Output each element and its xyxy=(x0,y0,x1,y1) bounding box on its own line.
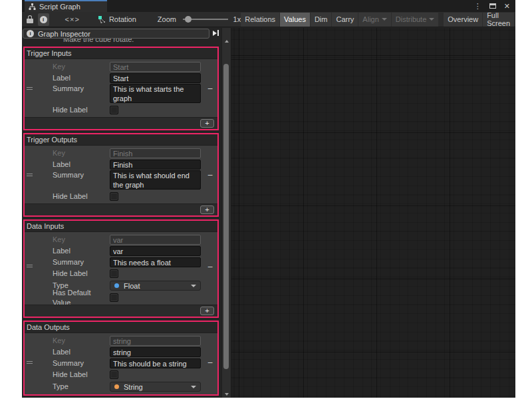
float-type-dot-icon xyxy=(114,283,119,288)
graph-breadcrumb[interactable]: Rotation xyxy=(98,15,136,23)
align-button[interactable]: Align xyxy=(358,13,390,27)
tab-title: Script Graph xyxy=(39,3,80,11)
add-item-button[interactable]: + xyxy=(200,307,214,315)
section-title: Trigger Inputs xyxy=(25,48,217,59)
remove-item-button[interactable]: − xyxy=(207,170,213,180)
reorder-handle-icon[interactable] xyxy=(27,174,33,178)
inspector-toggle-button[interactable]: i xyxy=(38,13,49,26)
zoom-slider-handle[interactable] xyxy=(185,16,192,23)
summary-label: Summary xyxy=(53,170,110,180)
type-dropdown[interactable]: String xyxy=(110,382,201,392)
remove-item-button[interactable]: − xyxy=(207,84,213,94)
reorder-handle-icon[interactable] xyxy=(27,87,33,91)
values-button[interactable]: Values xyxy=(280,13,310,27)
key-field xyxy=(110,235,201,245)
dim-button[interactable]: Dim xyxy=(311,13,332,27)
code-view-icon[interactable]: <×> xyxy=(65,15,80,23)
lock-icon[interactable] xyxy=(27,15,32,23)
section-title: Trigger Outputs xyxy=(25,134,217,146)
rotation-label: Rotation xyxy=(109,15,136,23)
label-field[interactable] xyxy=(110,73,201,83)
string-type-dot-icon xyxy=(114,384,119,389)
key-label: Key xyxy=(53,148,110,158)
remove-item-button[interactable]: − xyxy=(207,358,213,368)
scrollbar-thumb[interactable] xyxy=(223,64,229,369)
window-menu-icon[interactable]: ⋮ xyxy=(474,2,481,11)
chevron-down-icon xyxy=(191,285,196,287)
section-trigger-inputs: Trigger Inputs Key Label Summary This is… xyxy=(23,47,219,130)
label-label: Label xyxy=(53,73,110,83)
section-data-outputs: Data Outputs Key Label Summary This shou… xyxy=(23,321,219,396)
hide-label-checkbox[interactable] xyxy=(110,269,118,278)
relations-button[interactable]: Relations xyxy=(241,13,279,27)
summary-label: Summary xyxy=(53,84,110,94)
close-icon[interactable]: ✕ xyxy=(504,2,510,11)
section-footer: + xyxy=(25,203,217,215)
key-field xyxy=(110,148,201,158)
label-label: Label xyxy=(53,246,110,256)
add-item-button[interactable]: + xyxy=(200,205,214,214)
hide-label-label: Hide Label xyxy=(53,105,110,115)
graph-inspector-panel: i Graph Inspector Make the cube rotate. … xyxy=(22,28,231,398)
hide-label-label: Hide Label xyxy=(53,370,110,380)
summary-field[interactable]: This is what starts the graph xyxy=(110,84,201,103)
label-field[interactable] xyxy=(110,347,201,357)
chevron-down-icon xyxy=(429,18,434,21)
section-footer: + xyxy=(25,305,217,317)
reorder-handle-icon[interactable] xyxy=(27,361,33,365)
has-default-value-checkbox[interactable] xyxy=(110,293,118,302)
section-footer: + xyxy=(25,117,217,129)
graph-description-clipped: Make the cube rotate. xyxy=(63,39,196,45)
type-label: Type xyxy=(53,382,110,392)
maximize-icon[interactable] xyxy=(489,3,496,9)
scrollbar-down-icon[interactable] xyxy=(225,393,229,396)
title-bar: Script Graph ⋮ ✕ xyxy=(22,0,515,12)
full-screen-button[interactable]: Full Screen xyxy=(483,13,514,27)
section-data-inputs: Data Inputs Key Label Summary This needs… xyxy=(23,219,219,318)
toolbar-button-group: Relations Values Dim Carry Align Distrib… xyxy=(241,13,514,27)
type-value: String xyxy=(124,383,143,391)
chevron-down-icon xyxy=(382,18,387,21)
key-field xyxy=(110,62,201,72)
distribute-button[interactable]: Distribute xyxy=(392,13,438,27)
section-title: Data Outputs xyxy=(25,322,217,333)
key-field xyxy=(110,336,201,346)
hide-label-checkbox[interactable] xyxy=(110,192,118,201)
summary-field[interactable]: This is what should end the graph xyxy=(110,170,201,190)
hide-label-label: Hide Label xyxy=(53,269,110,279)
section-title: Data Inputs xyxy=(25,221,217,232)
chevron-down-icon xyxy=(191,386,196,388)
info-icon: i xyxy=(40,16,47,23)
graph-toolbar: i <×> Rotation Zoom 1x Relations Values … xyxy=(22,12,515,27)
label-field[interactable] xyxy=(110,160,201,170)
zoom-value: 1x xyxy=(233,15,241,23)
hide-label-label: Hide Label xyxy=(53,192,110,201)
scrollbar-up-icon[interactable] xyxy=(225,40,229,43)
overview-button[interactable]: Overview xyxy=(444,13,482,27)
summary-label: Summary xyxy=(53,358,110,368)
script-graph-icon xyxy=(29,3,36,11)
hide-label-checkbox[interactable] xyxy=(110,370,118,379)
tab-script-graph[interactable]: Script Graph xyxy=(25,0,107,12)
inspector-scrollbar[interactable] xyxy=(221,28,231,398)
zoom-slider[interactable] xyxy=(183,15,228,23)
hide-label-checkbox[interactable] xyxy=(110,106,118,114)
graph-inspector-header: i Graph Inspector xyxy=(23,29,209,39)
graph-node-icon xyxy=(98,16,106,23)
carry-button[interactable]: Carry xyxy=(332,13,358,27)
summary-field[interactable]: This needs a float xyxy=(110,257,201,267)
script-graph-window: Script Graph ⋮ ✕ i <×> Rotation Zoom xyxy=(22,0,515,398)
summary-label: Summary xyxy=(53,257,110,267)
zoom-label: Zoom xyxy=(158,15,176,23)
label-field[interactable] xyxy=(110,246,201,256)
collapse-panel-icon[interactable] xyxy=(213,30,219,36)
add-item-button[interactable]: + xyxy=(200,119,214,128)
key-label: Key xyxy=(53,336,110,346)
key-label: Key xyxy=(53,235,110,245)
type-dropdown[interactable]: Float xyxy=(110,281,201,291)
key-label: Key xyxy=(53,62,110,72)
graph-inspector-title: Graph Inspector xyxy=(38,30,90,38)
summary-field[interactable]: This should be a string xyxy=(110,358,201,368)
section-trigger-outputs: Trigger Outputs Key Label Summary This i… xyxy=(23,133,219,217)
graph-canvas[interactable] xyxy=(231,28,515,398)
